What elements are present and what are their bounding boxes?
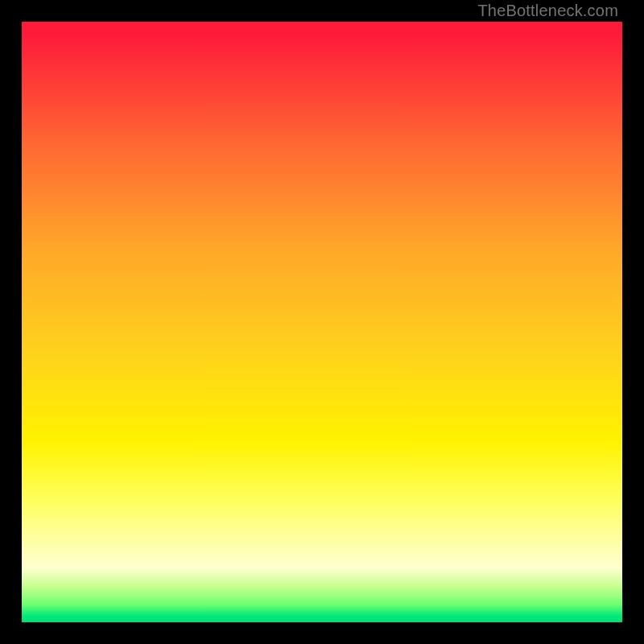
watermark-text: TheBottleneck.com bbox=[477, 0, 618, 21]
gradient-background bbox=[22, 22, 622, 622]
plot-area bbox=[22, 22, 622, 622]
chart-frame: TheBottleneck.com bbox=[0, 0, 644, 644]
